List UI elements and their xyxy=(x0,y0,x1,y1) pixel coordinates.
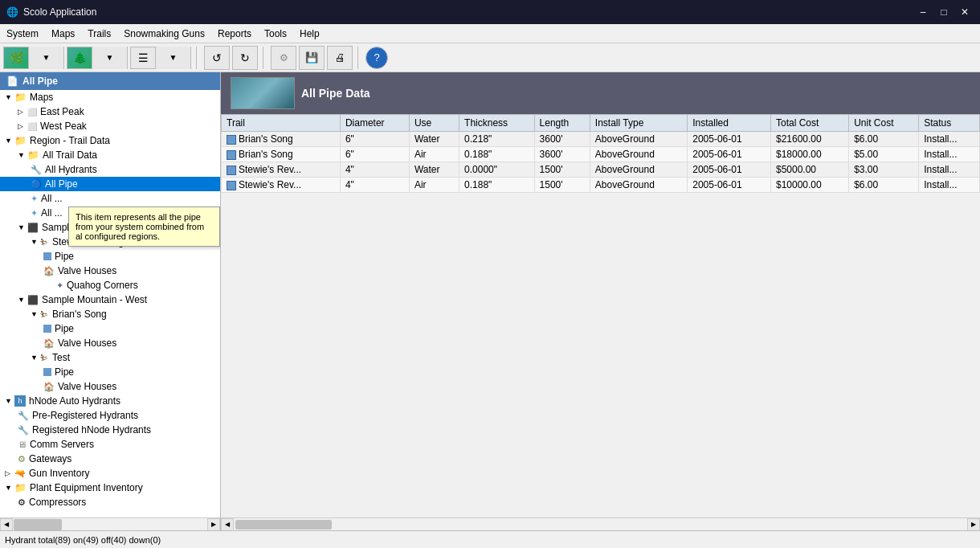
table-row[interactable]: Stewie's Rev...4"Air0.188"1500'AboveGrou… xyxy=(222,178,980,193)
expand-plant-equipment[interactable]: ▼ xyxy=(5,484,14,492)
tree-item-region-trail[interactable]: ▼ 📁 Region - Trail Data xyxy=(0,133,220,148)
expand-maps[interactable]: ▼ xyxy=(5,93,14,101)
col-trail[interactable]: Trail xyxy=(222,115,341,132)
minimize-button[interactable]: – xyxy=(914,3,932,21)
print-button[interactable]: 🖨 xyxy=(327,46,353,70)
map-view-dropdown[interactable]: 🌿 ▼ xyxy=(3,47,64,69)
tree-item-compressors[interactable]: ⚙ Compressors xyxy=(0,495,220,509)
toolbar: 🌿 ▼ 🌲 ▼ ☰ ▼ ↺ ↻ ⚙ 💾 🖨 ? xyxy=(0,43,980,72)
tree-item-pipe-stewies[interactable]: Pipe xyxy=(0,249,220,264)
settings-button[interactable]: ⚙ xyxy=(271,46,296,70)
tree-item-pipe-test[interactable]: Pipe xyxy=(0,365,220,379)
tree-item-quahog[interactable]: ✦ Quahog Corners xyxy=(0,278,220,292)
menu-trails[interactable]: Trails xyxy=(81,24,117,43)
tree-item-pre-reg[interactable]: 🔧 Pre-Registered Hydrants xyxy=(0,408,220,423)
map-dropdown-btn[interactable]: ▼ xyxy=(28,47,63,69)
data-scroll-left[interactable]: ◀ xyxy=(221,518,234,531)
tree-item-plant-equipment[interactable]: ▼ 📁 Plant Equipment Inventory xyxy=(0,481,220,495)
table-cell: 3600' xyxy=(534,147,590,162)
help-button[interactable]: ? xyxy=(365,47,388,69)
expand-hnode[interactable]: ▼ xyxy=(5,397,14,405)
expand-all-trail[interactable]: ▼ xyxy=(18,151,27,159)
tree-item-test[interactable]: ▼ ⛷ Test xyxy=(0,350,220,365)
tree-label-pipe-test: Pipe xyxy=(55,366,74,378)
tree-item-valve-west[interactable]: 🏠 Valve Houses xyxy=(0,336,220,350)
data-table-area[interactable]: Trail Diameter Use Thickness Length Inst… xyxy=(221,114,980,517)
expand-west-peak[interactable]: ▷ xyxy=(18,122,27,130)
tree-item-maps[interactable]: ▼ 📁 Maps xyxy=(0,90,220,104)
expand-gun-inventory[interactable]: ▷ xyxy=(5,469,14,477)
scroll-right-btn[interactable]: ▶ xyxy=(207,518,220,531)
tree-item-all-hydrants[interactable]: 🔧 All Hydrants xyxy=(0,162,220,177)
col-length[interactable]: Length xyxy=(534,115,590,132)
tree-item-gateways[interactable]: ⚙ Gateways xyxy=(0,452,220,466)
refresh2-button[interactable]: ↻ xyxy=(232,46,258,70)
close-button[interactable]: ✕ xyxy=(956,3,974,21)
table-row[interactable]: Brian's Song6"Air0.188"3600'AboveGround2… xyxy=(222,147,980,162)
expand-sample-east[interactable]: ▼ xyxy=(18,223,27,231)
col-status[interactable]: Status xyxy=(919,115,980,132)
comp-icon: ⚙ xyxy=(18,497,26,508)
list-dropdown-btn[interactable]: ▼ xyxy=(155,47,190,69)
table-row[interactable]: Brian's Song6"Water0.218"3600'AboveGroun… xyxy=(222,132,980,147)
expand-stewies[interactable]: ▼ xyxy=(31,238,40,246)
tree-item-reg-hnode[interactable]: 🔧 Registered hNode Hydrants xyxy=(0,423,220,437)
tree-item-west-peak[interactable]: ▷ ⬜ West Peak xyxy=(0,119,220,133)
tree-label-valve-east: Valve Houses xyxy=(58,265,116,276)
col-use[interactable]: Use xyxy=(409,115,459,132)
table-cell: Stewie's Rev... xyxy=(222,162,341,178)
col-unit-cost[interactable]: Unit Cost xyxy=(849,115,919,132)
table-row[interactable]: Stewie's Rev...4"Water0.0000"1500'AboveG… xyxy=(222,162,980,178)
menu-help[interactable]: Help xyxy=(293,24,326,43)
scroll-left-btn[interactable]: ◀ xyxy=(0,518,13,531)
tree-item-all-pipe[interactable]: 🔵 All Pipe xyxy=(0,177,220,191)
col-diameter[interactable]: Diameter xyxy=(340,115,409,132)
view-dropdown[interactable]: 🌲 ▼ xyxy=(67,47,128,69)
save-button[interactable]: 💾 xyxy=(299,46,325,70)
expand-region-trail[interactable]: ▼ xyxy=(5,137,14,145)
menu-system[interactable]: System xyxy=(0,24,45,43)
table-cell: Water xyxy=(409,162,459,178)
tree-item-all-trail[interactable]: ▼ 📁 All Trail Data xyxy=(0,148,220,162)
tree-item-valve-test[interactable]: 🏠 Valve Houses xyxy=(0,379,220,394)
data-scroll-right[interactable]: ▶ xyxy=(967,518,980,531)
status-bar: Hydrant total(89) on(49) off(40) down(0) xyxy=(0,530,980,548)
maximize-button[interactable]: □ xyxy=(935,3,953,21)
tree-item-comm-servers[interactable]: 🖥 Comm Servers xyxy=(0,437,220,452)
tree-item-pipe-brians[interactable]: Pipe xyxy=(0,321,220,336)
col-thickness[interactable]: Thickness xyxy=(459,115,534,132)
expand-brians-song[interactable]: ▼ xyxy=(31,310,40,318)
col-install-type[interactable]: Install Type xyxy=(590,115,687,132)
tree-item-east-peak[interactable]: ▷ ⬜ East Peak xyxy=(0,104,220,119)
list-dropdown[interactable]: ☰ ▼ xyxy=(130,47,191,69)
expand-east-peak[interactable]: ▷ xyxy=(18,108,27,116)
reg-hnode-icon: 🔧 xyxy=(18,425,29,436)
table-cell: 0.188" xyxy=(459,178,534,193)
tree-item-sample-west[interactable]: ▼ ⬛ Sample Mountain - West xyxy=(0,292,220,307)
view-dropdown-btn[interactable]: ▼ xyxy=(92,47,127,69)
pipe-thumbnail xyxy=(231,77,295,109)
tree-item-brians-song[interactable]: ▼ ⛷ Brian's Song xyxy=(0,307,220,321)
expand-sample-west[interactable]: ▼ xyxy=(18,296,27,304)
tree-area[interactable]: ▼ 📁 Maps ▷ ⬜ East Peak ▷ ⬜ West Peak ▼ 📁 xyxy=(0,90,220,517)
tree-item-valve-east[interactable]: 🏠 Valve Houses xyxy=(0,264,220,278)
data-hscroll-thumb[interactable] xyxy=(235,520,332,530)
data-hscroll[interactable]: ◀ ▶ xyxy=(221,517,980,530)
menu-reports[interactable]: Reports xyxy=(211,24,258,43)
hscroll-track[interactable] xyxy=(13,518,207,531)
tree-item-hnode[interactable]: ▼ h hNode Auto Hydrants xyxy=(0,394,220,408)
col-total-cost[interactable]: Total Cost xyxy=(770,115,848,132)
expand-test[interactable]: ▼ xyxy=(31,354,40,362)
left-panel-hscroll[interactable]: ◀ ▶ xyxy=(0,517,220,530)
menu-tools[interactable]: Tools xyxy=(258,24,293,43)
tree-item-all-u1[interactable]: ✦ All ... xyxy=(0,191,220,206)
data-hscroll-track[interactable] xyxy=(235,519,966,530)
menu-snowmaking-guns[interactable]: Snowmaking Guns xyxy=(117,24,211,43)
col-installed[interactable]: Installed xyxy=(688,115,771,132)
tree-item-gun-inventory[interactable]: ▷ 🔫 Gun Inventory xyxy=(0,466,220,481)
menu-maps[interactable]: Maps xyxy=(45,24,81,43)
valve-icon-test: 🏠 xyxy=(43,382,55,392)
refresh-button[interactable]: ↺ xyxy=(204,46,230,70)
hscroll-thumb[interactable] xyxy=(14,519,62,530)
table-cell: 2005-06-01 xyxy=(688,162,771,178)
